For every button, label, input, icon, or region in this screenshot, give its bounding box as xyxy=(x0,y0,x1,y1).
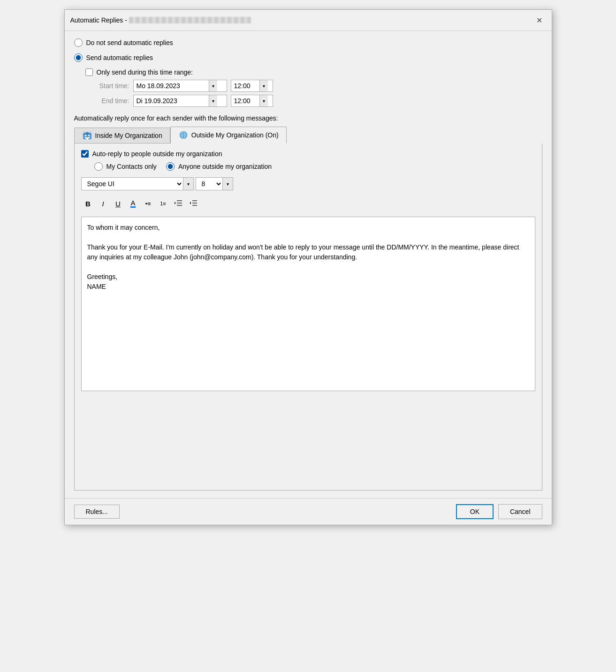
end-date-dropdown[interactable]: Di 19.09.2023 xyxy=(134,95,209,106)
message-text-area-container xyxy=(81,217,535,391)
dialog-footer: Rules... OK Cancel xyxy=(65,498,552,525)
decrease-indent-icon xyxy=(174,200,183,208)
start-time-arrow[interactable]: ▾ xyxy=(259,80,268,91)
message-textarea[interactable] xyxy=(87,223,529,382)
time-range-section: Only send during this time range: Start … xyxy=(85,68,542,107)
format-toolbar: B I U A •≡ 1≡ xyxy=(81,195,535,212)
my-contacts-label[interactable]: My Contacts only xyxy=(106,163,157,170)
font-select-wrapper[interactable]: Segoe UI ▾ xyxy=(81,177,194,190)
auto-reply-checkbox-row: Auto-reply to people outside my organiza… xyxy=(81,150,535,158)
auto-reply-checkbox[interactable] xyxy=(81,150,89,158)
font-select[interactable]: Segoe UI xyxy=(82,178,183,190)
ok-button[interactable]: OK xyxy=(456,504,494,519)
inside-org-icon xyxy=(82,131,92,140)
sub-options: My Contacts only Anyone outside my organ… xyxy=(94,162,535,173)
tab-content: Auto-reply to people outside my organiza… xyxy=(74,143,542,491)
time-range-checkbox[interactable] xyxy=(85,68,93,76)
tab-inside[interactable]: Inside My Organization xyxy=(74,128,170,143)
start-date-arrow[interactable]: ▾ xyxy=(209,80,217,91)
font-color-a-icon: A xyxy=(130,199,135,208)
end-time-label: End time: xyxy=(97,97,129,105)
dialog-body: Do not send automatic replies Send autom… xyxy=(65,31,552,498)
footer-left: Rules... xyxy=(74,505,120,519)
bullets-button[interactable]: •≡ xyxy=(141,197,155,210)
font-color-button[interactable]: A xyxy=(126,197,140,210)
automatic-replies-dialog: Automatic Replies - ✕ Do not send automa… xyxy=(64,9,552,525)
my-contacts-row: My Contacts only xyxy=(94,162,157,171)
italic-button[interactable]: I xyxy=(96,197,110,210)
svg-rect-1 xyxy=(85,135,86,136)
svg-marker-17 xyxy=(175,202,176,204)
start-time-dropdown[interactable]: 12:00 xyxy=(231,80,259,91)
bullets-icon: •≡ xyxy=(145,200,151,207)
end-date-arrow[interactable]: ▾ xyxy=(209,95,217,106)
description-text: Automatically reply once for each sender… xyxy=(74,114,542,122)
svg-rect-2 xyxy=(88,135,90,136)
end-time-select[interactable]: 12:00 ▾ xyxy=(231,95,273,107)
title-bar: Automatic Replies - ✕ xyxy=(65,10,552,31)
svg-marker-21 xyxy=(190,202,191,204)
bold-button[interactable]: B xyxy=(81,197,95,210)
my-contacts-radio[interactable] xyxy=(94,162,103,171)
svg-rect-3 xyxy=(85,137,86,138)
outside-org-icon xyxy=(178,131,189,139)
rules-button[interactable]: Rules... xyxy=(74,505,120,519)
start-time-label: Start time: xyxy=(97,82,129,90)
svg-point-8 xyxy=(89,132,91,133)
anyone-outside-label[interactable]: Anyone outside my organization xyxy=(178,163,272,170)
tabs-wrapper: Inside My Organization Outside My Organi… xyxy=(74,127,542,491)
tabs-container: Inside My Organization Outside My Organi… xyxy=(74,127,542,143)
anyone-outside-row: Anyone outside my organization xyxy=(166,162,272,171)
title-email-blurred xyxy=(129,17,251,23)
close-button[interactable]: ✕ xyxy=(533,14,546,27)
end-date-select[interactable]: Di 19.09.2023 ▾ xyxy=(133,95,227,107)
do-not-send-row: Do not send automatic replies xyxy=(74,38,542,47)
underline-button[interactable]: U xyxy=(111,197,125,210)
increase-indent-button[interactable] xyxy=(186,197,200,210)
send-automatic-row: Send automatic replies xyxy=(74,53,542,62)
do-not-send-radio[interactable] xyxy=(74,38,83,47)
end-time-dropdown[interactable]: 12:00 xyxy=(231,95,259,106)
send-automatic-label[interactable]: Send automatic replies xyxy=(86,54,153,61)
tab-outside[interactable]: Outside My Organization (On) xyxy=(170,127,287,143)
font-arrow[interactable]: ▾ xyxy=(183,178,193,190)
footer-right: OK Cancel xyxy=(456,504,542,519)
auto-reply-section: Auto-reply to people outside my organiza… xyxy=(81,150,535,391)
font-size-select[interactable]: 8 xyxy=(196,178,222,190)
svg-point-7 xyxy=(84,132,85,133)
time-fields: Start time: Mo 18.09.2023 ▾ 12:00 ▾ xyxy=(97,80,542,107)
size-select-wrapper[interactable]: 8 ▾ xyxy=(196,177,233,190)
cancel-button[interactable]: Cancel xyxy=(498,504,542,519)
auto-reply-label[interactable]: Auto-reply to people outside my organiza… xyxy=(92,150,222,158)
start-date-select[interactable]: Mo 18.09.2023 ▾ xyxy=(133,80,227,92)
svg-rect-4 xyxy=(88,137,90,138)
font-toolbar: Segoe UI ▾ 8 ▾ xyxy=(81,177,535,190)
end-time-arrow[interactable]: ▾ xyxy=(259,95,268,106)
time-range-label[interactable]: Only send during this time range: xyxy=(97,68,193,76)
start-date-dropdown[interactable]: Mo 18.09.2023 xyxy=(134,80,209,91)
do-not-send-label[interactable]: Do not send automatic replies xyxy=(86,39,173,46)
start-time-select[interactable]: 12:00 ▾ xyxy=(231,80,273,92)
increase-indent-icon xyxy=(189,200,198,208)
anyone-outside-radio[interactable] xyxy=(166,162,175,171)
decrease-indent-button[interactable] xyxy=(171,197,185,210)
numbering-button[interactable]: 1≡ xyxy=(156,197,170,210)
title-bar-text: Automatic Replies - xyxy=(70,16,251,24)
send-automatic-radio[interactable] xyxy=(74,53,83,62)
size-arrow[interactable]: ▾ xyxy=(222,178,233,190)
time-range-checkbox-row: Only send during this time range: xyxy=(85,68,542,76)
end-time-row: End time: Di 19.09.2023 ▾ 12:00 ▾ xyxy=(97,95,542,107)
dialog-title: Automatic Replies - xyxy=(70,16,127,24)
numbering-icon: 1≡ xyxy=(160,201,166,206)
svg-rect-6 xyxy=(86,137,88,139)
start-time-row: Start time: Mo 18.09.2023 ▾ 12:00 ▾ xyxy=(97,80,542,92)
tab-outside-label: Outside My Organization (On) xyxy=(191,131,279,139)
tab-inside-label: Inside My Organization xyxy=(95,132,162,139)
